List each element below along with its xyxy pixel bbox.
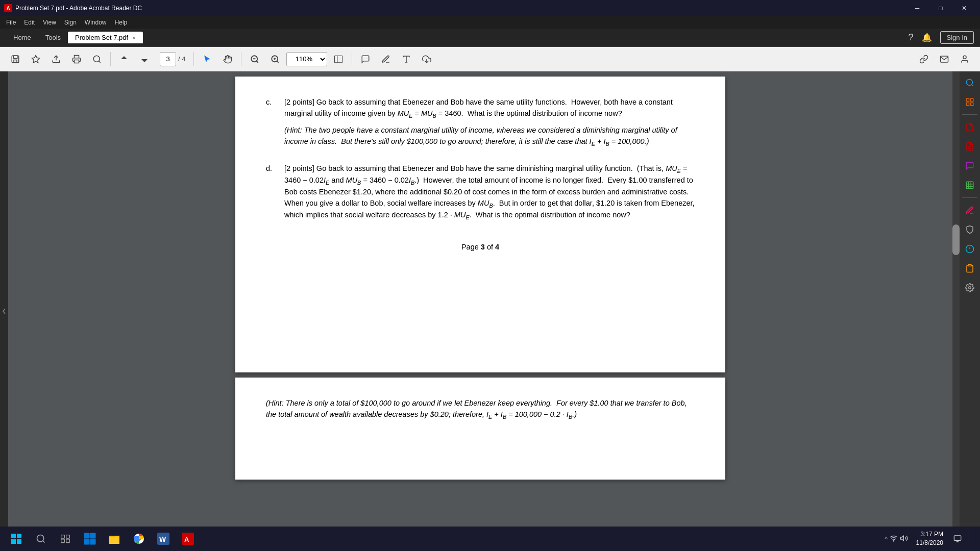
svg-rect-17 — [335, 56, 342, 63]
share-button[interactable] — [418, 50, 436, 68]
svg-rect-47 — [61, 535, 65, 539]
right-tool-clipboard[interactable] — [961, 259, 979, 278]
right-tool-grid[interactable] — [961, 176, 979, 194]
right-tool-comment[interactable] — [961, 157, 979, 175]
prev-page-button[interactable] — [115, 50, 133, 68]
menu-file[interactable]: File — [2, 18, 20, 27]
right-tool-doc1[interactable] — [961, 118, 979, 136]
svg-line-14 — [277, 61, 279, 62]
menu-window[interactable]: Window — [81, 18, 111, 27]
right-tool-shield[interactable] — [961, 220, 979, 239]
upload-button[interactable] — [47, 50, 65, 68]
show-desktop-button[interactable] — [968, 527, 972, 551]
fit-page-button[interactable] — [329, 50, 348, 68]
draw-button[interactable] — [397, 50, 415, 68]
close-button[interactable]: ✕ — [952, 0, 976, 16]
tab-home[interactable]: Home — [6, 31, 38, 44]
account-button[interactable] — [955, 50, 974, 68]
right-tool-layout[interactable] — [961, 93, 979, 111]
toolbar: / 4 110% 100% 75% 50% 125% 150% — [0, 47, 980, 71]
bookmark-button[interactable] — [27, 50, 45, 68]
svg-point-63 — [893, 540, 894, 541]
svg-point-23 — [966, 79, 972, 85]
taskbar-app-file-explorer[interactable] — [102, 527, 127, 551]
highlight-button[interactable] — [377, 50, 395, 68]
tab-bar: Home Tools Problem Set 7.pdf × ? 🔔 Sign … — [0, 29, 980, 47]
taskbar-app-word[interactable]: W — [151, 527, 176, 551]
menu-help[interactable]: Help — [111, 18, 132, 27]
tab-active[interactable]: Problem Set 7.pdf × — [68, 32, 143, 43]
q-label-c: c. — [266, 97, 276, 153]
page-number-input[interactable] — [160, 52, 176, 66]
taskbar-app-windows[interactable] — [78, 527, 102, 551]
svg-text:W: W — [159, 535, 166, 543]
svg-rect-54 — [90, 539, 96, 545]
maximize-button[interactable]: □ — [929, 0, 952, 16]
page-navigation: / 4 — [160, 52, 185, 66]
right-tool-pen[interactable] — [961, 201, 979, 219]
help-icon[interactable]: ? — [909, 32, 914, 43]
svg-rect-65 — [954, 536, 961, 540]
menu-edit[interactable]: Edit — [20, 18, 39, 27]
comment-button[interactable] — [356, 50, 375, 68]
taskbar-app-chrome[interactable] — [127, 527, 151, 551]
scrollbar-thumb[interactable] — [952, 224, 960, 255]
tray-caret[interactable]: ^ — [885, 536, 887, 542]
start-button[interactable] — [4, 527, 29, 551]
notification-center[interactable] — [951, 535, 964, 543]
left-panel-toggle[interactable] — [0, 71, 8, 551]
sign-in-button[interactable]: Sign In — [940, 31, 974, 44]
menu-view[interactable]: View — [39, 18, 60, 27]
zoom-in-button[interactable] — [266, 50, 284, 68]
svg-line-24 — [971, 84, 973, 86]
zoom-level-select[interactable]: 110% 100% 75% 50% 125% 150% — [286, 52, 327, 66]
taskbar-tray: ^ 3:17 PM 11/8/2020 — [885, 527, 976, 551]
right-panel — [960, 71, 980, 551]
mail-button[interactable] — [935, 50, 953, 68]
svg-rect-25 — [966, 98, 969, 101]
taskbar-search-icon[interactable] — [29, 527, 53, 551]
print-button[interactable] — [67, 50, 86, 68]
clock-time: 3:17 PM — [916, 530, 943, 539]
network-icon[interactable] — [890, 534, 898, 544]
scrollbar-track[interactable] — [952, 71, 960, 551]
right-tool-doc2[interactable] — [961, 137, 979, 156]
svg-rect-56 — [109, 537, 119, 544]
svg-text:A: A — [184, 536, 189, 543]
q-label-d: d. — [266, 163, 276, 227]
pages-container[interactable]: c. [2 points] Go back to assuming that E… — [8, 71, 952, 551]
q-d-hint: (Hint: There is only a total of $100,000… — [266, 398, 695, 421]
cursor-tool-button[interactable] — [198, 50, 216, 68]
notification-icon[interactable]: 🔔 — [922, 33, 932, 42]
svg-rect-3 — [13, 56, 17, 58]
right-tool-teal[interactable] — [961, 240, 979, 258]
svg-rect-39 — [968, 265, 971, 266]
system-clock[interactable]: 3:17 PM 11/8/2020 — [912, 530, 947, 547]
title-bar: A Problem Set 7.pdf - Adobe Acrobat Read… — [0, 0, 980, 16]
page-total-label: / 4 — [178, 55, 185, 63]
taskbar-app-acrobat[interactable]: A — [176, 527, 200, 551]
document-area: c. [2 points] Go back to assuming that E… — [8, 71, 952, 551]
right-tool-search[interactable] — [961, 73, 979, 92]
minimize-button[interactable]: ─ — [905, 0, 929, 16]
svg-text:A: A — [6, 6, 10, 11]
question-d: d. [2 points] Go back to assuming that E… — [266, 163, 695, 227]
svg-rect-4 — [14, 60, 17, 62]
svg-rect-44 — [17, 539, 21, 544]
next-page-button[interactable] — [135, 50, 154, 68]
svg-rect-41 — [11, 534, 16, 538]
save-button[interactable] — [6, 50, 24, 68]
hand-tool-button[interactable] — [218, 50, 237, 68]
tab-close-button[interactable]: × — [132, 35, 135, 41]
link-button[interactable] — [915, 50, 933, 68]
zoom-out-button[interactable] — [246, 50, 264, 68]
search-button[interactable] — [88, 50, 106, 68]
right-tool-settings[interactable] — [961, 279, 979, 297]
q-c-hint: (Hint: The two people have a constant ma… — [284, 125, 695, 148]
task-view-button[interactable] — [53, 527, 78, 551]
tab-tools[interactable]: Tools — [38, 31, 68, 44]
svg-point-45 — [37, 535, 44, 542]
menu-sign[interactable]: Sign — [60, 18, 81, 27]
svg-rect-50 — [66, 539, 70, 543]
volume-icon[interactable] — [900, 534, 908, 544]
